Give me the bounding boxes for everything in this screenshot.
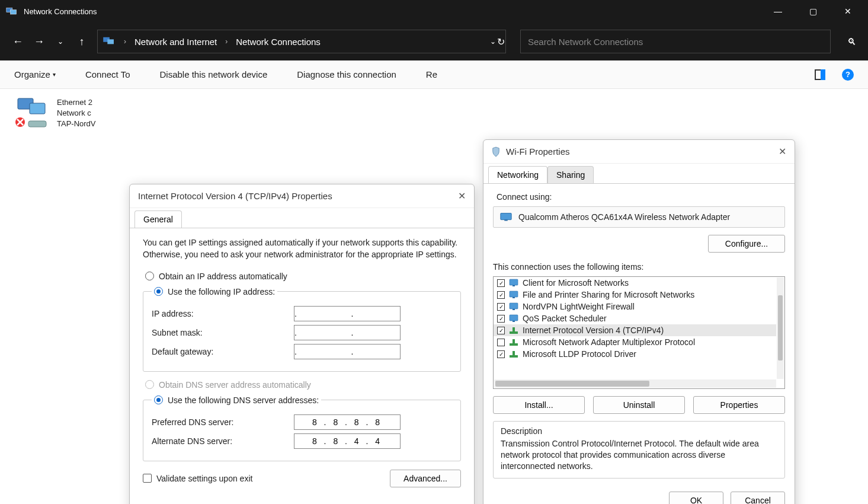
ipv4-help-text: You can get IP settings assigned automat… xyxy=(143,237,461,261)
subnet-mask-input[interactable] xyxy=(294,325,401,340)
wifi-properties-dialog: Wi-Fi Properties ✕ Networking Sharing Co… xyxy=(483,139,795,504)
description-text: Transmission Control Protocol/Internet P… xyxy=(501,438,777,472)
search-icon[interactable]: 🔍︎ xyxy=(847,37,856,47)
tab-general[interactable]: General xyxy=(134,210,182,228)
close-button[interactable]: ✕ xyxy=(844,7,851,16)
radio-label: Obtain DNS server address automatically xyxy=(159,380,311,390)
maximize-button[interactable]: ▢ xyxy=(809,7,817,16)
title-bar: Network Connections — ▢ ✕ xyxy=(0,0,868,23)
svg-rect-15 xyxy=(513,309,515,310)
item-checkbox[interactable] xyxy=(497,279,505,287)
svg-rect-1 xyxy=(11,10,17,15)
default-gateway-label: Default gateway: xyxy=(152,347,294,356)
list-item[interactable]: File and Printer Sharing for Microsoft N… xyxy=(494,289,776,301)
address-bar-icon xyxy=(103,36,116,47)
uninstall-button[interactable]: Uninstall xyxy=(593,396,685,414)
svg-rect-17 xyxy=(513,321,515,322)
tab-sharing[interactable]: Sharing xyxy=(547,166,594,183)
item-checkbox[interactable] xyxy=(497,327,505,334)
ipv4-properties-dialog: Internet Protocol Version 4 (TCP/IPv4) P… xyxy=(129,184,475,504)
item-checkbox[interactable] xyxy=(497,350,505,358)
disable-device-button[interactable]: Disable this network device xyxy=(159,69,267,79)
diagnose-button[interactable]: Diagnose this connection xyxy=(297,69,396,79)
forward-button[interactable]: → xyxy=(33,36,45,48)
preferred-dns-input[interactable] xyxy=(294,414,401,430)
list-item[interactable]: Client for Microsoft Networks xyxy=(494,277,776,289)
connect-to-button[interactable]: Connect To xyxy=(85,69,130,79)
protocol-icon xyxy=(508,338,519,346)
install-button[interactable]: Install... xyxy=(493,396,585,414)
item-checkbox[interactable] xyxy=(497,291,505,299)
ip-address-input[interactable] xyxy=(294,306,401,321)
alternate-dns-label: Alternate DNS server: xyxy=(152,436,294,446)
svg-rect-9 xyxy=(504,220,508,221)
shield-icon xyxy=(492,146,501,157)
address-bar[interactable]: › Network and Internet › Network Connect… xyxy=(97,30,506,53)
search-box[interactable]: Search Network Connections xyxy=(520,30,831,53)
content-area: Ethernet 2 Network c TAP-NordV Internet … xyxy=(0,89,868,504)
description-header: Description xyxy=(501,426,777,436)
vertical-scrollbar[interactable] xyxy=(777,277,784,379)
adapter-item[interactable]: Ethernet 2 Network c TAP-NordV xyxy=(0,89,868,138)
up-button[interactable]: ↑ xyxy=(76,36,88,48)
item-checkbox[interactable] xyxy=(497,303,505,311)
search-placeholder: Search Network Connections xyxy=(528,37,643,47)
organize-menu[interactable]: Organize ▾ xyxy=(14,69,56,79)
window-title: Network Connections xyxy=(24,7,97,16)
radio-icon xyxy=(145,272,154,280)
configure-button[interactable]: Configure... xyxy=(708,235,785,253)
breadcrumb-part-1[interactable]: Network and Internet xyxy=(134,37,217,47)
adapter-status: Network c xyxy=(57,108,96,119)
radio-obtain-dns-auto: Obtain DNS server address automatically xyxy=(145,380,461,390)
ok-button[interactable]: OK xyxy=(669,492,723,504)
svg-rect-14 xyxy=(510,303,518,309)
history-dropdown[interactable]: ⌄ xyxy=(55,37,66,46)
list-item[interactable]: NordVPN LightWeight Firewall xyxy=(494,301,776,312)
client-icon xyxy=(508,279,519,287)
radio-use-dns[interactable]: Use the following DNS server addresses: xyxy=(154,395,319,405)
protocol-icon xyxy=(508,350,519,358)
list-item[interactable]: Internet Protocol Version 4 (TCP/IPv4) xyxy=(494,324,776,336)
item-label: QoS Packet Scheduler xyxy=(523,314,607,323)
cancel-button[interactable]: Cancel xyxy=(731,492,785,504)
alternate-dns-input[interactable] xyxy=(294,433,401,449)
list-item[interactable]: Microsoft Network Adapter Multiplexor Pr… xyxy=(494,336,776,348)
advanced-button[interactable]: Advanced... xyxy=(390,470,461,487)
ipv4-dialog-title: Internet Protocol Version 4 (TCP/IPv4) P… xyxy=(138,191,332,201)
close-icon[interactable]: ✕ xyxy=(458,190,466,202)
refresh-button[interactable]: ↻ xyxy=(488,36,505,47)
default-gateway-input[interactable] xyxy=(294,344,401,359)
radio-use-ip[interactable]: Use the following IP address: xyxy=(154,287,275,296)
dns-group: Use the following DNS server addresses: … xyxy=(143,395,461,461)
item-label: Client for Microsoft Networks xyxy=(523,278,629,288)
svg-rect-3 xyxy=(107,39,114,44)
breadcrumb-part-2[interactable]: Network Connections xyxy=(236,37,321,47)
horizontal-scrollbar[interactable] xyxy=(494,379,776,388)
radio-obtain-ip-auto[interactable]: Obtain an IP address automatically xyxy=(145,272,461,281)
svg-rect-10 xyxy=(510,279,518,285)
app-icon xyxy=(6,7,18,16)
client-icon xyxy=(508,291,519,299)
protocol-icon xyxy=(508,326,519,334)
back-button[interactable]: ← xyxy=(12,36,24,48)
close-icon[interactable]: ✕ xyxy=(779,146,786,157)
connect-using-label: Connect using: xyxy=(497,192,785,202)
radio-icon xyxy=(154,287,163,296)
adapter-text: Ethernet 2 Network c TAP-NordV xyxy=(57,97,96,130)
minimize-button[interactable]: — xyxy=(774,7,782,16)
validate-checkbox[interactable] xyxy=(143,474,152,483)
radio-label: Obtain an IP address automatically xyxy=(159,272,287,281)
rename-button[interactable]: Re xyxy=(426,69,437,79)
list-item[interactable]: Microsoft LLDP Protocol Driver xyxy=(494,348,776,360)
item-checkbox[interactable] xyxy=(497,339,505,346)
help-icon[interactable]: ? xyxy=(842,69,854,81)
view-options-icon[interactable] xyxy=(815,69,825,80)
connection-items-list[interactable]: Client for Microsoft NetworksFile and Pr… xyxy=(493,276,785,389)
properties-button[interactable]: Properties xyxy=(693,396,785,414)
tab-networking[interactable]: Networking xyxy=(488,166,547,183)
list-item[interactable]: QoS Packet Scheduler xyxy=(494,312,776,324)
svg-rect-16 xyxy=(510,315,518,321)
ip-address-group: Use the following IP address: IP address… xyxy=(143,287,461,372)
adapter-icon xyxy=(14,97,50,127)
item-checkbox[interactable] xyxy=(497,315,505,323)
